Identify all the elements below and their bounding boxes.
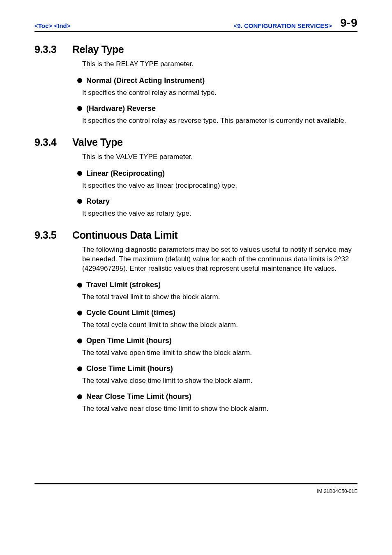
bullet-icon — [77, 78, 82, 83]
item-head-text: Close Time Limit (hours) — [86, 364, 173, 373]
page-header: <Toc> <Ind> <9. CONFIGURATION SERVICES> … — [35, 16, 357, 32]
item-body: The total valve near close time limit to… — [82, 404, 357, 414]
item-body: It specifies the control relay as revers… — [82, 116, 357, 126]
item-head-text: Rotary — [86, 197, 110, 206]
bullet-icon — [77, 283, 82, 288]
section-number: 9.3.5 — [35, 229, 72, 241]
section-intro: This is the RELAY TYPE parameter. — [82, 60, 357, 69]
item-body: It specifies the control relay as normal… — [82, 88, 357, 98]
page: <Toc> <Ind> <9. CONFIGURATION SERVICES> … — [0, 0, 392, 555]
section-number: 9.3.4 — [35, 136, 72, 148]
list-item: Travel Limit (strokes) The total travel … — [77, 281, 357, 302]
section-title: Valve Type — [72, 136, 122, 148]
list-item: Rotary It specifies the valve as rotary … — [77, 197, 357, 219]
bullet-icon — [77, 366, 82, 371]
item-heading: Rotary — [77, 197, 357, 206]
item-heading: Normal (Direct Acting Instrument) — [77, 76, 357, 85]
header-left-links: <Toc> <Ind> — [35, 22, 71, 30]
list-item: Close Time Limit (hours) The total valve… — [77, 364, 357, 386]
item-heading: Near Close Time Limit (hours) — [77, 392, 357, 401]
item-head-text: (Hardware) Reverse — [86, 104, 156, 113]
item-head-text: Travel Limit (strokes) — [86, 281, 161, 289]
bullet-icon — [77, 171, 82, 176]
list-item: (Hardware) Reverse It specifies the cont… — [77, 104, 357, 126]
item-body: The total valve open time limit to show … — [82, 348, 357, 358]
list-item: Cycle Count Limit (times) The total cycl… — [77, 309, 357, 330]
item-body: The total travel limit to show the block… — [82, 292, 357, 302]
section-heading: 9.3.5 Continuous Data Limit — [35, 229, 357, 241]
item-body: It specifies the valve as linear (recipr… — [82, 181, 357, 191]
item-heading: Travel Limit (strokes) — [77, 281, 357, 289]
footer-rule — [35, 483, 357, 484]
item-head-text: Cycle Count Limit (times) — [86, 309, 175, 317]
item-heading: Cycle Count Limit (times) — [77, 309, 357, 317]
bullet-icon — [77, 311, 82, 315]
section-title: Continuous Data Limit — [72, 229, 178, 241]
item-head-text: Near Close Time Limit (hours) — [86, 392, 191, 401]
section-intro: This is the VALVE TYPE parameter. — [82, 152, 357, 162]
item-body: The total valve close time limit to show… — [82, 376, 357, 386]
item-heading: Close Time Limit (hours) — [77, 364, 357, 373]
item-heading: (Hardware) Reverse — [77, 104, 357, 113]
section-heading: 9.3.4 Valve Type — [35, 136, 357, 148]
document-id: IM 21B04C50-01E — [317, 488, 357, 494]
bullet-icon — [77, 199, 82, 204]
ind-link[interactable]: <Ind> — [54, 22, 71, 29]
page-number: 9-9 — [340, 16, 357, 30]
list-item: Near Close Time Limit (hours) The total … — [77, 392, 357, 414]
item-body: It specifies the valve as rotary type. — [82, 209, 357, 219]
section-intro: The following diagnostic parameters may … — [82, 245, 357, 274]
section-heading: 9.3.3 Relay Type — [35, 44, 357, 55]
section-title: Relay Type — [72, 44, 124, 55]
item-body: The total cycle count limit to show the … — [82, 320, 357, 330]
list-item: Open Time Limit (hours) The total valve … — [77, 336, 357, 358]
item-head-text: Open Time Limit (hours) — [86, 336, 172, 345]
item-heading: Linear (Reciprocating) — [77, 169, 357, 178]
list-item: Linear (Reciprocating) It specifies the … — [77, 169, 357, 191]
chapter-link[interactable]: <9. CONFIGURATION SERVICES> — [234, 22, 332, 29]
section-number: 9.3.3 — [35, 44, 72, 55]
bullet-icon — [77, 394, 82, 399]
list-item: Normal (Direct Acting Instrument) It spe… — [77, 76, 357, 98]
bullet-icon — [77, 106, 82, 111]
item-head-text: Linear (Reciprocating) — [86, 169, 165, 178]
toc-link[interactable]: <Toc> — [35, 22, 52, 29]
bullet-icon — [77, 339, 82, 343]
item-head-text: Normal (Direct Acting Instrument) — [86, 76, 205, 85]
header-chapter: <9. CONFIGURATION SERVICES> — [234, 22, 332, 30]
item-heading: Open Time Limit (hours) — [77, 336, 357, 345]
